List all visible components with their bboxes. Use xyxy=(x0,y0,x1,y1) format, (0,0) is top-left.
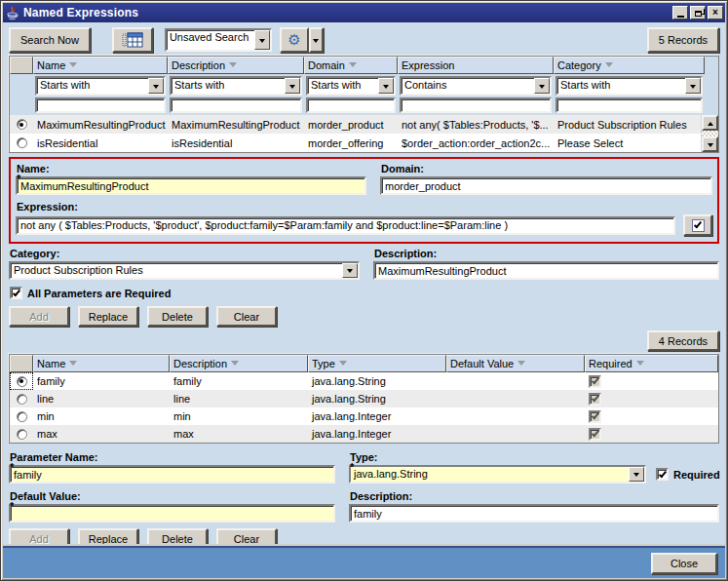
add-parameter-button: Add xyxy=(9,528,69,544)
category-filter-op-select[interactable]: Starts with xyxy=(556,76,703,96)
expression-input[interactable] xyxy=(16,216,675,235)
parameter-name-label: Parameter Name: xyxy=(9,449,335,465)
all-parameters-required-label: All Parameters are Required xyxy=(27,288,171,299)
chevron-down-icon xyxy=(347,269,353,276)
parameter-row[interactable]: family family java.lang.String xyxy=(10,372,718,390)
scroll-up-button[interactable] xyxy=(702,115,718,131)
type-select[interactable]: java.lang.String xyxy=(349,465,646,484)
domain-input[interactable] xyxy=(380,176,712,195)
table-body: MaximumResultingProduct MaximumResulting… xyxy=(10,115,718,152)
close-button[interactable]: Close xyxy=(651,553,717,574)
required-marker: * xyxy=(17,173,20,184)
param-column-type[interactable]: Type xyxy=(308,355,446,372)
chevron-down-icon xyxy=(708,143,713,150)
filter-value-row xyxy=(10,97,718,115)
dropdown-button[interactable] xyxy=(148,78,164,94)
param-column-default-value[interactable]: Default Value xyxy=(446,355,585,372)
minimize-button[interactable] xyxy=(672,6,688,19)
replace-expression-button[interactable]: Replace xyxy=(78,306,138,327)
default-value-input[interactable] xyxy=(9,504,335,523)
param-column-description[interactable]: Description xyxy=(170,355,308,372)
expression-filter-input[interactable] xyxy=(400,97,552,113)
dropdown-button[interactable] xyxy=(534,78,550,94)
column-header-expression[interactable]: Expression xyxy=(398,57,554,74)
vertical-scrollbar[interactable] xyxy=(702,115,718,152)
restore-icon xyxy=(695,11,702,17)
dropdown-button[interactable] xyxy=(629,467,644,482)
column-header-description[interactable]: Description xyxy=(168,57,304,74)
clear-expression-button[interactable]: Clear xyxy=(216,306,277,327)
results-record-count: 5 Records xyxy=(647,27,719,53)
scroll-down-button[interactable] xyxy=(702,136,718,152)
delete-expression-button[interactable]: Delete xyxy=(147,306,208,327)
restore-button[interactable] xyxy=(690,6,706,19)
param-select-radio[interactable] xyxy=(17,429,27,440)
chevron-down-icon xyxy=(383,85,389,92)
table-row[interactable]: isResidential isResidential morder_offer… xyxy=(10,134,701,152)
expression-actions: Add Replace Delete Clear xyxy=(9,306,719,327)
parameter-row[interactable]: min min java.lang.Integer xyxy=(10,407,718,425)
dropdown-button[interactable] xyxy=(285,78,300,94)
saved-search-dropdown-button[interactable] xyxy=(254,30,270,50)
clear-parameter-button[interactable]: Clear xyxy=(216,528,277,544)
expression-filter-op-select[interactable]: Contains xyxy=(400,76,552,96)
delete-parameter-button[interactable]: Delete xyxy=(147,528,208,544)
domain-filter-op-select[interactable]: Starts with xyxy=(306,76,396,96)
category-filter-input[interactable] xyxy=(556,97,703,113)
filter-icon xyxy=(229,62,237,71)
description-filter-input[interactable] xyxy=(170,97,302,113)
name-label: Name: xyxy=(16,161,366,176)
required-checkbox xyxy=(589,375,601,388)
param-select-radio[interactable] xyxy=(17,394,27,405)
checkbox-icon xyxy=(692,219,705,232)
dropdown-button[interactable] xyxy=(342,263,358,278)
column-header-category[interactable]: Category xyxy=(554,57,705,74)
parameters-record-count: 4 Records xyxy=(647,330,719,351)
chevron-down-icon xyxy=(153,85,159,92)
chevron-down-icon xyxy=(289,85,295,92)
param-description-label: Description: xyxy=(349,488,719,504)
description-input[interactable] xyxy=(373,261,719,280)
param-select-radio[interactable] xyxy=(17,411,27,422)
param-column-required[interactable]: Required xyxy=(585,355,718,372)
description-filter-op-select[interactable]: Starts with xyxy=(170,76,302,96)
saved-search-select[interactable]: Unsaved Search xyxy=(165,28,272,52)
parameter-row[interactable]: max max java.lang.Integer xyxy=(10,425,718,443)
name-filter-input[interactable] xyxy=(35,97,166,113)
row-select-radio[interactable] xyxy=(17,119,27,130)
required-checkbox xyxy=(589,393,601,406)
chevron-down-icon xyxy=(313,39,319,46)
row-select-radio[interactable] xyxy=(17,137,27,148)
parameter-name-input[interactable] xyxy=(9,465,335,484)
named-expressions-window: Named Expressions × Search Now xyxy=(0,0,728,581)
required-marker: * xyxy=(350,461,354,473)
table-row[interactable]: MaximumResultingProduct MaximumResulting… xyxy=(10,115,701,134)
settings-menu-button[interactable] xyxy=(309,27,324,53)
dropdown-button[interactable] xyxy=(685,78,701,94)
parameter-row[interactable]: line line java.lang.String xyxy=(10,390,718,407)
name-filter-op-select[interactable]: Starts with xyxy=(35,76,166,96)
close-window-button[interactable]: × xyxy=(708,6,723,19)
replace-parameter-button[interactable]: Replace xyxy=(78,528,138,544)
name-input[interactable] xyxy=(16,176,366,195)
validate-expression-button[interactable] xyxy=(683,214,712,236)
chevron-down-icon xyxy=(259,39,265,46)
required-checkbox[interactable] xyxy=(656,468,669,481)
all-parameters-required-checkbox[interactable] xyxy=(10,287,22,299)
category-select[interactable]: Product Subscription Rules xyxy=(9,261,360,280)
column-header-domain[interactable]: Domain xyxy=(304,57,398,74)
search-now-button[interactable]: Search Now xyxy=(9,27,91,53)
column-configure-button[interactable] xyxy=(112,27,153,53)
param-description-input[interactable] xyxy=(349,504,719,523)
filter-icon xyxy=(349,62,357,71)
dropdown-button[interactable] xyxy=(378,78,394,94)
param-select-radio[interactable] xyxy=(17,376,27,387)
filter-icon xyxy=(69,361,77,369)
saved-search-value: Unsaved Search xyxy=(167,30,254,50)
param-column-name[interactable]: Name xyxy=(33,355,170,372)
column-header-name[interactable]: Name xyxy=(33,57,168,74)
title-bar: Named Expressions × xyxy=(3,3,725,22)
domain-filter-input[interactable] xyxy=(306,97,396,113)
selector-column-header xyxy=(10,355,33,372)
settings-button[interactable]: ⚙ xyxy=(280,27,309,53)
